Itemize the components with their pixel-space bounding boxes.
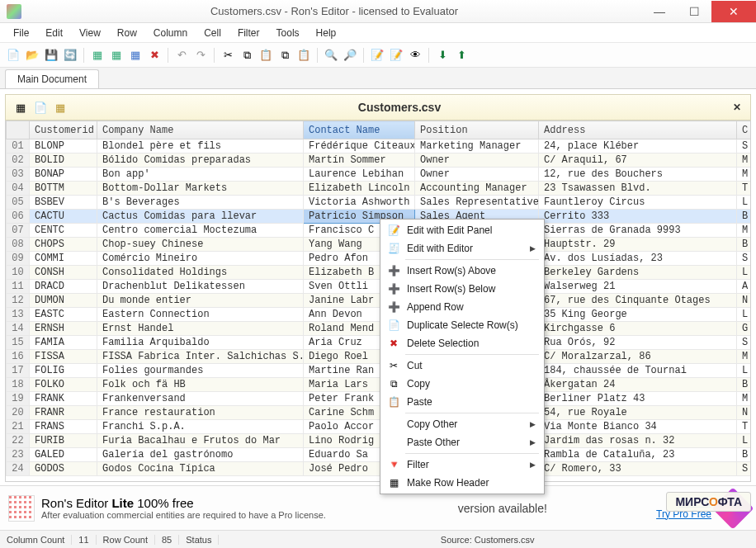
grid-insert-icon[interactable]: ▦: [89, 47, 106, 64]
footer-banner: Ron's Editor Lite 100% free After evalua…: [0, 485, 756, 530]
context-menu-item[interactable]: 📄Duplicate Selecte Row(s): [382, 316, 542, 334]
context-menu-item[interactable]: 🔻Filter▶: [382, 456, 542, 474]
copy-icon[interactable]: ⧉: [239, 47, 255, 64]
context-menu-item[interactable]: ➕Insert Row(s) Above: [382, 262, 542, 280]
table-row[interactable]: 04BOTTMBottom-Dollar MarketsElizabeth Li…: [7, 182, 752, 196]
redo-icon[interactable]: ↷: [192, 47, 209, 64]
table-row[interactable]: 03BONAPBon app'Laurence LebihanOwner12, …: [7, 168, 752, 182]
table-row[interactable]: 20FRANRFrance restaurationCarine Schm54,…: [7, 406, 752, 420]
open-icon[interactable]: 📂: [24, 47, 40, 64]
menu-edit[interactable]: Edit: [37, 26, 71, 40]
menu-file[interactable]: File: [5, 26, 37, 40]
table-row[interactable]: 08CHOPSChop-suey ChineseYang WangHauptst…: [7, 238, 752, 252]
edit-cell-icon[interactable]: 📝: [369, 47, 385, 64]
table-row[interactable]: 22FURIBFuria Bacalhau e Frutos do MarLin…: [7, 434, 752, 448]
undo-icon[interactable]: ↶: [173, 47, 190, 64]
column-header[interactable]: C: [737, 121, 752, 139]
cut-icon[interactable]: ✂: [220, 47, 236, 64]
toolbar: 📄 📂 💾 🔄 ▦ ▦ ▦ ✖ ↶ ↷ ✂ ⧉ 📋 ⧉ 📋 🔍 🔎 📝 📝 👁 …: [0, 43, 756, 68]
table-row[interactable]: 01BLONPBlondel père et filsFrédérique Ci…: [7, 139, 752, 154]
view-icon[interactable]: 👁: [407, 47, 423, 64]
table-row[interactable]: 11DRACDDrachenblut DelikatessenSven Ottl…: [7, 280, 752, 294]
table-row[interactable]: 24GODOSGodos Cocina TípicaJosé PedroC/ R…: [7, 462, 752, 476]
minimize-button[interactable]: —: [642, 1, 677, 22]
doc-grid-icon[interactable]: ▦: [52, 99, 69, 116]
import-icon[interactable]: ⬆: [453, 47, 470, 64]
table-row[interactable]: 13EASTCEastern ConnectionAnn Devon35 Kin…: [7, 308, 752, 322]
column-header[interactable]: Contact Name: [304, 121, 415, 139]
banner-title: Ron's Editor Lite 100% free: [41, 496, 349, 510]
doc-panel-icon[interactable]: ▦: [12, 99, 29, 116]
paste-icon[interactable]: 📋: [258, 47, 274, 64]
export-icon[interactable]: ⬇: [434, 47, 451, 64]
maximize-button[interactable]: ☐: [677, 1, 711, 22]
menu-bar: File Edit View Row Column Cell Filter To…: [0, 23, 756, 43]
menu-view[interactable]: View: [71, 26, 109, 40]
context-menu-item[interactable]: ✖Delete Selection: [382, 334, 542, 352]
app-icon: [7, 4, 21, 19]
table-row[interactable]: 06CACTUCactus Comidas para llevarPatrici…: [7, 210, 752, 224]
context-menu-item[interactable]: Paste Other▶: [382, 433, 542, 451]
table-row[interactable]: 18FOLKOFolk och fä HBMaria LarsÅkergatan…: [7, 378, 752, 392]
grid-add-icon[interactable]: ▦: [108, 47, 125, 64]
table-row[interactable]: 21FRANSFranchi S.p.A.Paolo AccorVia Mont…: [7, 420, 752, 434]
doc-filter-icon[interactable]: 📄: [32, 99, 49, 116]
table-row[interactable]: 05BSBEVB's BeveragesVictoria AshworthSal…: [7, 196, 752, 210]
column-header[interactable]: Address: [539, 121, 737, 139]
source-label: Source: Customers.csv: [219, 535, 756, 545]
column-header[interactable]: Company Name: [97, 121, 304, 139]
context-menu-item[interactable]: 🧾Edit with Editor▶: [382, 239, 542, 257]
menu-help[interactable]: Help: [308, 26, 345, 40]
menu-cell[interactable]: Cell: [196, 26, 229, 40]
tab-main-document[interactable]: Main Document: [5, 69, 99, 88]
row-count-value: 85: [155, 535, 179, 545]
column-count-label: Column Count: [0, 535, 72, 545]
document-close-button[interactable]: ✕: [730, 102, 744, 113]
grid-icon[interactable]: ▦: [127, 47, 144, 64]
table-row[interactable]: 23GALEDGalería del gastrónomoEduardo SaR…: [7, 448, 752, 462]
separator: [428, 48, 429, 63]
tab-bar: Main Document: [0, 68, 756, 89]
refresh-icon[interactable]: 🔄: [62, 47, 78, 64]
save-icon[interactable]: 💾: [43, 47, 59, 64]
table-row[interactable]: 07CENTCCentro comercial MoctezumaFrancis…: [7, 224, 752, 238]
context-menu-item[interactable]: ➕Insert Row(s) Below: [382, 280, 542, 298]
document-title: Customers.csv: [69, 101, 730, 114]
table-row[interactable]: 17FOLIGFolies gourmandesMartine Ran184, …: [7, 364, 752, 378]
context-menu-item[interactable]: ▦Make Row Header: [382, 474, 542, 492]
menu-row[interactable]: Row: [109, 26, 145, 40]
context-menu-item[interactable]: ⧉Copy: [382, 375, 542, 393]
context-menu-item[interactable]: Copy Other▶: [382, 415, 542, 433]
paste-other-icon[interactable]: 📋: [295, 47, 312, 64]
table-row[interactable]: 02BOLIDBólido Comidas preparadasMartín S…: [7, 154, 752, 168]
edit-row-icon[interactable]: 📝: [388, 47, 404, 64]
watermark: МИРСОФТА: [666, 492, 751, 512]
document-header: ▦ 📄 ▦ Customers.csv ✕: [5, 94, 751, 120]
menu-tools[interactable]: Tools: [268, 26, 308, 40]
column-header[interactable]: Customerid: [30, 121, 97, 139]
separator: [83, 48, 84, 63]
menu-column[interactable]: Column: [145, 26, 196, 40]
table-row[interactable]: 15FAMIAFamilia ArquibaldoAria CruzRua Or…: [7, 336, 752, 350]
menu-filter[interactable]: Filter: [229, 26, 268, 40]
column-header[interactable]: Position: [415, 121, 539, 139]
table-row[interactable]: 14ERNSHErnst HandelRoland MendKirchgasse…: [7, 322, 752, 336]
separator: [214, 48, 215, 63]
context-menu-item[interactable]: ➕Append Row: [382, 298, 542, 316]
separator: [363, 48, 364, 63]
context-menu-item[interactable]: 📝Edit with Edit Panel: [382, 221, 542, 239]
table-row[interactable]: 16FISSAFISSA Fabrica Inter. Salchichas S…: [7, 350, 752, 364]
table-row[interactable]: 12DUMONDu monde entierJanine Labr67, rue…: [7, 294, 752, 308]
column-count-value: 11: [72, 535, 96, 545]
context-menu-item[interactable]: ✂Cut: [382, 357, 542, 375]
zoom-out-icon[interactable]: 🔎: [342, 47, 358, 64]
zoom-in-icon[interactable]: 🔍: [323, 47, 339, 64]
table-row[interactable]: 19FRANKFrankenversandPeter FrankBerliner…: [7, 392, 752, 406]
delete-icon[interactable]: ✖: [146, 47, 163, 64]
table-row[interactable]: 09COMMIComércio MineiroPedro AfonAv. dos…: [7, 252, 752, 266]
new-icon[interactable]: 📄: [5, 47, 21, 64]
context-menu-item[interactable]: 📋Paste: [382, 393, 542, 411]
close-button[interactable]: ✕: [711, 1, 756, 22]
table-row[interactable]: 10CONSHConsolidated HoldingsElizabeth BB…: [7, 266, 752, 280]
copy-other-icon[interactable]: ⧉: [276, 47, 293, 64]
